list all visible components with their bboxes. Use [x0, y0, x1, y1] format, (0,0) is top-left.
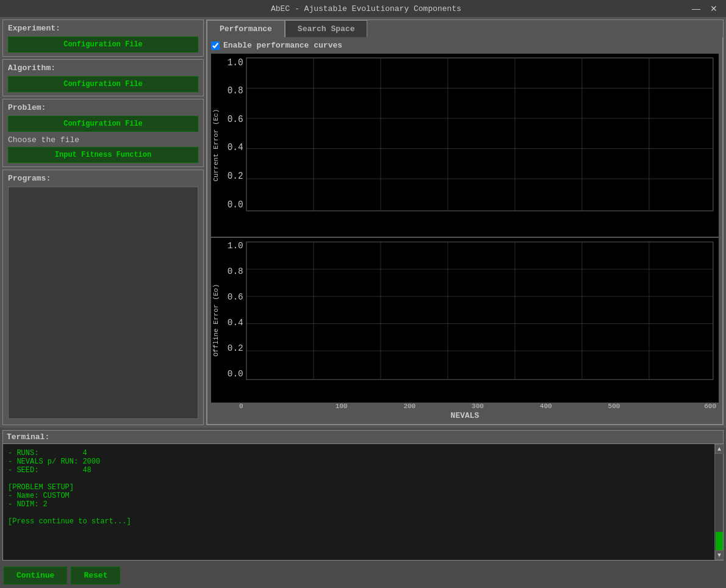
svg-text:0.8: 0.8 — [228, 85, 243, 97]
bottom-buttons: Continue Reset — [0, 563, 726, 588]
current-error-svg: 1.0 0.8 0.6 0.4 0.2 0.0 — [221, 56, 716, 234]
problem-config-button[interactable]: Configuration File — [8, 116, 198, 132]
programs-area — [8, 187, 198, 419]
terminal-body: - RUNS: 4 - NEVALS p/ RUN: 2000 - SEED: … — [3, 444, 723, 560]
window-controls: — ✕ — [689, 4, 720, 13]
programs-section: Programs: — [2, 170, 204, 425]
x-tick-400: 400 — [512, 403, 580, 410]
scrollbar-down-arrow[interactable]: ▼ — [715, 550, 724, 560]
current-error-inner: 1.0 0.8 0.6 0.4 0.2 0.0 — [221, 54, 719, 237]
terminal-scrollbar[interactable]: ▲ ▼ — [714, 444, 723, 560]
terminal-section: Terminal: - RUNS: 4 - NEVALS p/ RUN: 200… — [2, 430, 724, 561]
main-content: Experiment: Configuration File Algorithm… — [0, 17, 726, 428]
svg-text:0.4: 0.4 — [228, 318, 243, 328]
terminal-label: Terminal: — [3, 431, 723, 444]
charts-area: Current Error (Ec) 1.0 0.8 0.6 0.4 0.2 0… — [211, 54, 719, 420]
offline-error-inner: 1.0 0.8 0.6 0.4 0.2 0.0 — [221, 238, 719, 403]
x-axis-labels: 0 100 200 300 400 500 600 — [211, 403, 719, 410]
svg-text:0.8: 0.8 — [228, 267, 243, 276]
reset-button[interactable]: Reset — [71, 567, 120, 584]
enable-curves-checkbox[interactable] — [211, 41, 220, 50]
x-tick-0: 0 — [239, 403, 307, 410]
close-button[interactable]: ✕ — [708, 4, 720, 13]
svg-text:0.6: 0.6 — [228, 113, 243, 125]
x-tick-600: 600 — [648, 403, 716, 410]
title-bar: AbEC - Ajustable Evolutionary Components… — [0, 0, 726, 17]
scrollbar-up-arrow[interactable]: ▲ — [715, 444, 724, 454]
app-title: AbEC - Ajustable Evolutionary Components — [43, 4, 689, 13]
left-panel: Experiment: Configuration File Algorithm… — [2, 20, 204, 425]
offline-error-svg-wrapper: 1.0 0.8 0.6 0.4 0.2 0.0 — [221, 240, 716, 401]
offline-error-svg: 1.0 0.8 0.6 0.4 0.2 0.0 — [221, 240, 716, 401]
tab-performance[interactable]: Performance — [207, 20, 285, 37]
svg-rect-27 — [246, 242, 713, 379]
algorithm-section: Algorithm: Configuration File — [2, 59, 204, 96]
scrollbar-thumb[interactable] — [716, 532, 723, 550]
terminal-text: - RUNS: 4 - NEVALS p/ RUN: 2000 - SEED: … — [3, 444, 714, 560]
enable-row: Enable performance curves — [211, 41, 719, 50]
continue-button[interactable]: Continue — [4, 567, 67, 584]
svg-text:0.0: 0.0 — [228, 199, 243, 210]
svg-text:0.6: 0.6 — [228, 292, 243, 302]
offline-error-container: Offline Error (Eo) 1.0 0.8 0.6 0.4 0.2 0… — [211, 238, 719, 421]
choose-file-label: Choose the file — [8, 135, 198, 145]
experiment-section: Experiment: Configuration File — [2, 20, 204, 57]
tab-content-performance: Enable performance curves Current Error … — [207, 37, 723, 425]
bottom-section: Terminal: - RUNS: 4 - NEVALS p/ RUN: 200… — [0, 428, 726, 588]
enable-curves-label: Enable performance curves — [223, 41, 342, 50]
current-error-svg-wrapper: 1.0 0.8 0.6 0.4 0.2 0.0 — [221, 56, 716, 234]
x-tick-500: 500 — [580, 403, 649, 410]
offline-error-y-label: Offline Error (Eo) — [211, 238, 221, 403]
experiment-label: Experiment: — [8, 24, 198, 33]
algorithm-label: Algorithm: — [8, 63, 198, 73]
programs-label: Programs: — [8, 174, 198, 183]
svg-rect-6 — [246, 58, 713, 211]
svg-text:0.4: 0.4 — [228, 142, 243, 154]
right-panel: Performance Search Space Enable performa… — [206, 20, 724, 425]
svg-text:0.0: 0.0 — [228, 369, 243, 379]
svg-text:1.0: 1.0 — [228, 57, 243, 68]
tab-search-space[interactable]: Search Space — [285, 20, 368, 37]
offline-error-chart: Offline Error (Eo) 1.0 0.8 0.6 0.4 0.2 0… — [211, 238, 719, 403]
svg-text:1.0: 1.0 — [228, 241, 243, 251]
x-tick-100: 100 — [307, 403, 376, 410]
x-axis-title: NEVALS — [211, 411, 719, 420]
problem-label: Problem: — [8, 103, 198, 112]
x-tick-200: 200 — [375, 403, 444, 410]
experiment-config-button[interactable]: Configuration File — [8, 37, 198, 52]
current-error-chart: Current Error (Ec) 1.0 0.8 0.6 0.4 0.2 0… — [211, 54, 719, 237]
tabs-row: Performance Search Space — [207, 20, 723, 37]
svg-text:0.2: 0.2 — [228, 343, 243, 353]
current-error-y-label: Current Error (Ec) — [211, 54, 221, 237]
x-tick-300: 300 — [444, 403, 512, 410]
scrollbar-track — [715, 454, 723, 550]
problem-section: Problem: Configuration File Choose the f… — [2, 99, 204, 167]
svg-text:0.2: 0.2 — [228, 170, 243, 182]
input-fitness-button[interactable]: Input Fitness Function — [8, 147, 198, 163]
algorithm-config-button[interactable]: Configuration File — [8, 76, 198, 92]
minimize-button[interactable]: — — [689, 4, 703, 13]
